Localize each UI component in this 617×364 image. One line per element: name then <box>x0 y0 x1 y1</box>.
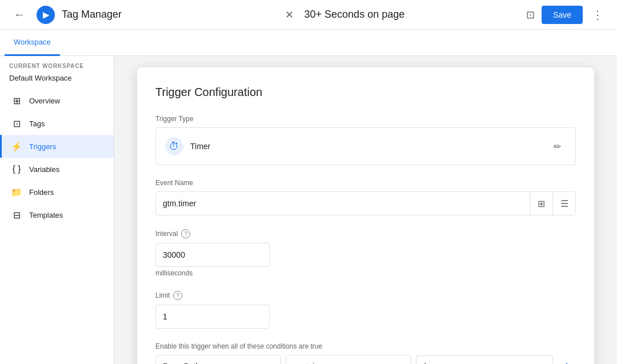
trigger-type-section: Trigger Type ⏱ Timer ✏ <box>155 115 576 165</box>
limit-input-row: ☰ <box>155 305 270 329</box>
conditions-section: Enable this trigger when all of these co… <box>155 342 576 364</box>
sidebar-item-triggers[interactable]: ⚡ Triggers <box>0 135 114 158</box>
event-name-variable-button[interactable]: ⊞ <box>530 192 552 215</box>
event-name-input-row: ⊞ ☰ <box>155 191 576 215</box>
back-button[interactable]: ← <box>9 5 30 25</box>
more-button[interactable]: ⋮ <box>587 5 608 25</box>
interval-input[interactable] <box>156 245 270 265</box>
event-name-label: Event Name <box>155 179 576 187</box>
sidebar-item-label-templates: Templates <box>29 211 63 219</box>
edit-icon: ✏ <box>554 141 561 152</box>
sidebar-item-tags[interactable]: ⊡ Tags <box>0 112 114 135</box>
trigger-title: 30+ Seconds on page <box>305 9 518 21</box>
limit-section: Limit ? ☰ <box>155 291 576 329</box>
interval-section: Interval ? ☰ milliseconds <box>155 229 576 277</box>
interval-label-row: Interval ? <box>155 229 576 238</box>
condition-operator-arrow: ▼ <box>396 362 404 364</box>
topbar: ← ▶ Tag Manager ✕ 30+ Seconds on page ⊡ … <box>0 0 617 30</box>
variables-icon: { } <box>11 163 22 175</box>
variable-icon: ⊞ <box>538 198 545 209</box>
condition-type-arrow: ▼ <box>266 362 274 364</box>
main-layout: CURRENT WORKSPACE Default Workspace ⊞ Ov… <box>0 56 617 364</box>
sidebar-item-label-folders: Folders <box>29 188 54 197</box>
condition-type-value: Page Path <box>163 362 200 364</box>
condition-operator-value: contains <box>293 362 323 364</box>
close-button[interactable]: ✕ <box>282 7 298 23</box>
event-name-input[interactable] <box>156 193 530 214</box>
dialog-title: Trigger Configuration <box>155 86 576 99</box>
workspace-name: Default Workspace <box>0 71 114 89</box>
folder-icon: ⊡ <box>526 9 535 21</box>
sidebar-item-templates[interactable]: ⊟ Templates <box>0 203 114 226</box>
limit-help-icon[interactable]: ? <box>173 291 182 300</box>
add-condition-button[interactable]: + <box>558 357 576 364</box>
sidebar-item-label-variables: Variables <box>29 165 59 174</box>
event-name-section: Event Name ⊞ ☰ <box>155 179 576 215</box>
overview-icon: ⊞ <box>11 95 22 106</box>
trigger-type-label: Trigger Type <box>155 115 576 123</box>
sidebar-item-label-triggers: Triggers <box>29 142 56 151</box>
trigger-type-name: Timer <box>190 142 210 151</box>
timer-icon-glyph: ⏱ <box>169 141 179 153</box>
interval-help-icon[interactable]: ? <box>181 229 190 238</box>
interval-input-row: ☰ <box>155 243 270 267</box>
interval-help-glyph: ? <box>185 231 188 237</box>
event-name-picker-button[interactable]: ☰ <box>552 192 575 215</box>
picker-icon: ☰ <box>560 198 568 209</box>
interval-label: Interval <box>155 230 178 238</box>
interval-note: milliseconds <box>155 269 576 277</box>
limit-input[interactable] <box>156 306 270 327</box>
triggers-icon: ⚡ <box>11 141 22 152</box>
tags-icon: ⊡ <box>11 118 22 129</box>
app-name: Tag Manager <box>62 9 275 21</box>
limit-label-row: Limit ? <box>155 291 576 300</box>
edit-trigger-type-button[interactable]: ✏ <box>548 137 566 155</box>
close-icon: ✕ <box>285 9 294 21</box>
condition-value-input[interactable] <box>416 355 553 364</box>
trigger-type-inner: ⏱ Timer <box>165 137 210 155</box>
condition-operator-dropdown[interactable]: contains ▼ <box>286 355 411 364</box>
condition-type-dropdown[interactable]: Page Path ▼ <box>155 355 281 364</box>
templates-icon: ⊟ <box>11 209 22 221</box>
back-icon: ← <box>14 8 25 21</box>
sidebar-item-overview[interactable]: ⊞ Overview <box>0 89 114 112</box>
timer-icon: ⏱ <box>165 137 183 155</box>
tab-workspace[interactable]: Workspace <box>5 30 60 56</box>
sidebar-item-folders[interactable]: 📁 Folders <box>0 181 114 203</box>
workspace-header: CURRENT WORKSPACE <box>0 56 114 71</box>
more-icon: ⋮ <box>592 8 603 22</box>
trigger-config-dialog: Trigger Configuration Trigger Type ⏱ Tim… <box>137 67 594 364</box>
topbar-actions: Save ⋮ <box>542 5 608 25</box>
sidebar: CURRENT WORKSPACE Default Workspace ⊞ Ov… <box>0 56 114 364</box>
save-button[interactable]: Save <box>542 6 583 24</box>
content-area: Trigger Configuration Trigger Type ⏱ Tim… <box>114 56 617 364</box>
folders-icon: 📁 <box>11 186 22 198</box>
condition-label: Enable this trigger when all of these co… <box>155 342 576 350</box>
sidebar-item-variables[interactable]: { } Variables <box>0 158 114 181</box>
add-condition-icon: + <box>563 359 571 364</box>
sidebar-item-label-overview: Overview <box>29 97 60 105</box>
tabs-bar: Workspace <box>0 30 617 56</box>
condition-row: Page Path ▼ contains ▼ + <box>155 355 576 364</box>
app-logo: ▶ <box>37 6 55 24</box>
logo-text: ▶ <box>43 10 49 19</box>
trigger-type-card: ⏱ Timer ✏ <box>155 127 576 165</box>
sidebar-item-label-tags: Tags <box>29 119 45 128</box>
limit-help-glyph: ? <box>177 293 180 299</box>
limit-label: Limit <box>155 291 170 299</box>
